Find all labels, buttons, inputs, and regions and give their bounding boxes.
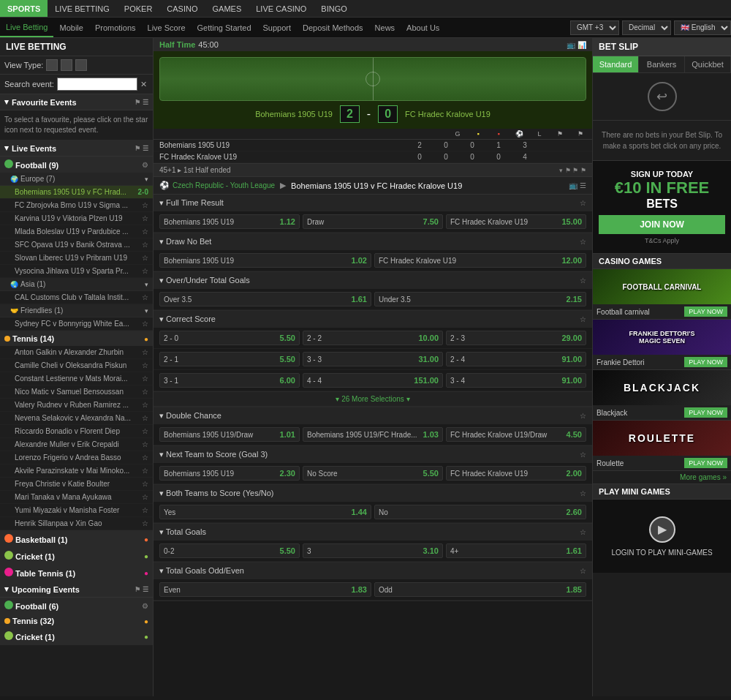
star-icon[interactable]: ☆ [142, 519, 148, 527]
bet-nts-team2[interactable]: FC Hradec Kralove U192.00 [446, 466, 586, 481]
fav-star-icon[interactable]: ☆ [580, 451, 586, 459]
star-icon[interactable]: ☆ [142, 480, 148, 488]
bet-nts-team1[interactable]: Bohemians 1905 U192.30 [159, 466, 300, 481]
bet-dnb-team1[interactable]: Bohemians 1905 U19 1.02 [159, 253, 371, 268]
bet-cs-3-1[interactable]: 3 - 16.00 [159, 373, 300, 388]
match-valery[interactable]: Valery Rudnev v Ruben Ramirez ...☆ [0, 399, 153, 412]
match-akvile[interactable]: Akvile Parazinskate v Mai Minoko...☆ [0, 464, 153, 478]
next-team-score-header[interactable]: ▾ Next Team to Score (Goal 3) ☆ [154, 446, 592, 463]
fav-star-icon[interactable]: ☆ [580, 567, 586, 575]
star-icon[interactable]: ☆ [142, 348, 148, 356]
frankie-play-btn[interactable]: PLAY NOW [684, 357, 727, 367]
bet-bts-yes[interactable]: Yes1.44 [159, 505, 371, 519]
upcoming-events-header[interactable]: ▾ Upcoming Events ⚑ ☰ [0, 582, 153, 598]
star-icon[interactable]: ☆ [142, 388, 148, 396]
favourite-events-header[interactable]: ▾ Favourite Events ⚑ ☰ [0, 94, 153, 110]
bet-cs-2-0[interactable]: 2 - 05.50 [159, 331, 300, 345]
match-galkin[interactable]: Anton Galkin v Alexander Zhurbin☆ [0, 346, 153, 359]
fav-star-icon[interactable]: ☆ [580, 489, 586, 497]
star-icon[interactable]: ☆ [142, 401, 148, 409]
total-goals-oddeven-header[interactable]: ▾ Total Goals Odd/Even ☆ [154, 562, 592, 579]
star-icon[interactable]: ☆ [142, 361, 148, 369]
total-goals-header[interactable]: ▾ Total Goals ☆ [154, 524, 592, 541]
search-clear-icon[interactable]: ✕ [140, 80, 147, 89]
more-games-link[interactable]: More games » [593, 471, 731, 484]
match-yumi[interactable]: Yumi Miyazaki v Manisha Foster☆ [0, 504, 153, 517]
asia-region[interactable]: 🌏Asia (1) ▾ [0, 278, 153, 291]
subnav-about[interactable]: About Us [401, 18, 445, 37]
star-icon[interactable]: ☆ [142, 427, 148, 435]
match-lorenzo[interactable]: Lorenzo Frigerio v Andrea Basso☆ [0, 451, 153, 464]
match-bohemians-hradec[interactable]: Bohemians 1905 U19 v FC Hrad... 2-0 [0, 186, 153, 199]
upcoming-football-settings[interactable]: ⚙ [142, 602, 148, 610]
fav-star-icon[interactable]: ☆ [580, 412, 586, 420]
more-selections-btn[interactable]: ▾ 26 More Selections ▾ [154, 391, 592, 407]
bet-cs-2-1[interactable]: 2 - 15.50 [159, 352, 300, 366]
star-icon[interactable]: ☆ [142, 454, 148, 462]
subnav-promotions[interactable]: Promotions [89, 18, 142, 37]
match-vysocina[interactable]: Vysocina Jihlava U19 v Sparta Pr... ☆ [0, 265, 153, 278]
star-icon[interactable]: ☆ [142, 214, 148, 222]
match-lestienne[interactable]: Constant Lestienne v Mats Morai...☆ [0, 372, 153, 385]
star-icon[interactable]: ☆ [142, 414, 148, 422]
nav-bingo[interactable]: BINGO [314, 0, 354, 17]
subnav-news[interactable]: News [369, 18, 401, 37]
bet-cs-2-4[interactable]: 2 - 491.00 [446, 352, 586, 366]
match-alexandre[interactable]: Alexandre Muller v Erik Crepaldi☆ [0, 438, 153, 451]
bet-dc-2[interactable]: Bohemians 1905 U19/FC Hrade...1.03 [303, 427, 443, 442]
subnav-live-betting[interactable]: Live Betting [0, 18, 53, 37]
match-mlada[interactable]: Mlada Boleslav U19 v Pardubice ... ☆ [0, 225, 153, 238]
subnav-deposit[interactable]: Deposit Methods [297, 18, 369, 37]
nav-live-betting[interactable]: LIVE BETTING [48, 0, 117, 17]
bet-cs-3-4[interactable]: 3 - 491.00 [446, 373, 586, 388]
bet-dnb-team2[interactable]: FC Hradec Kralove U19 12.00 [374, 253, 586, 268]
subnav-support[interactable]: Support [257, 18, 298, 37]
nav-games[interactable]: GAMES [205, 0, 249, 17]
nav-sports[interactable]: SPORTS [0, 0, 48, 17]
fav-star-icon[interactable]: ☆ [580, 238, 586, 246]
star-icon[interactable]: ☆ [142, 320, 148, 328]
bet-nts-noscore[interactable]: No Score5.50 [303, 466, 443, 481]
roulette-play-btn[interactable]: PLAY NOW [684, 458, 727, 468]
star-icon[interactable]: ☆ [142, 267, 148, 275]
live-events-header[interactable]: ▾ Live Events ⚑ ☰ [0, 140, 153, 157]
match-mari[interactable]: Mari Tanaka v Mana Ayukawa☆ [0, 491, 153, 504]
nav-casino[interactable]: CASINO [159, 0, 205, 17]
star-icon[interactable]: ☆ [142, 227, 148, 236]
bet-team2-win[interactable]: FC Hradec Kralove U19 15.00 [446, 214, 586, 229]
football-carnival-play-btn[interactable]: PLAY NOW [684, 306, 727, 317]
tab-bankers[interactable]: Bankers [639, 56, 685, 72]
view-list-btn[interactable] [46, 59, 58, 71]
subnav-getting-started[interactable]: Getting Started [192, 18, 257, 37]
cricket-sport-header[interactable]: Cricket (1) ● [0, 548, 153, 564]
mini-games-play-button[interactable]: ▶ [649, 516, 675, 543]
star-icon[interactable]: ☆ [142, 375, 148, 383]
tab-quickbet[interactable]: Quickbet [685, 56, 731, 72]
match-nico[interactable]: Nico Matic v Samuel Bensoussan☆ [0, 385, 153, 399]
bet-team1-win[interactable]: Bohemians 1905 U19 1.12 [159, 214, 300, 229]
star-icon[interactable]: ☆ [142, 440, 148, 448]
europe-region[interactable]: 🌍Europe (7) ▾ [0, 173, 153, 186]
timezone-select[interactable]: GMT +3 [570, 20, 619, 35]
odds-select[interactable]: Decimal [622, 20, 671, 35]
match-freya[interactable]: Freya Christie v Katie Boulter☆ [0, 478, 153, 491]
football-sport-header[interactable]: Football (9) ⚙ [0, 157, 153, 173]
match-cheli[interactable]: Camille Cheli v Oleksandra Piskun☆ [0, 359, 153, 372]
view-compact-btn[interactable] [75, 59, 87, 71]
bet-tg-3[interactable]: 33.10 [303, 543, 443, 558]
basketball-sport-header[interactable]: Basketball (1) ● [0, 531, 153, 547]
double-chance-header[interactable]: ▾ Double Chance ☆ [154, 407, 592, 424]
fav-star-icon[interactable]: ☆ [580, 315, 586, 323]
bet-bts-no[interactable]: No2.60 [374, 505, 586, 519]
bet-odd[interactable]: Odd1.85 [374, 582, 586, 597]
draw-no-bet-header[interactable]: ▾ Draw No Bet ☆ [154, 233, 592, 250]
join-now-button[interactable]: JOIN NOW [599, 215, 725, 234]
star-icon[interactable]: ☆ [142, 506, 148, 514]
nav-poker[interactable]: POKER [117, 0, 160, 17]
bet-tg-4plus[interactable]: 4+1.61 [446, 543, 586, 558]
match-sfc-opava[interactable]: SFC Opava U19 v Banik Ostrava ... ☆ [0, 238, 153, 252]
match-slovan[interactable]: Slovan Liberec U19 v Pribram U19 ☆ [0, 252, 153, 265]
bet-cs-3-3[interactable]: 3 - 331.00 [303, 352, 443, 366]
star-icon[interactable]: ☆ [142, 493, 148, 501]
match-henrik[interactable]: Henrik Sillanpaa v Xin Gao☆ [0, 517, 153, 530]
